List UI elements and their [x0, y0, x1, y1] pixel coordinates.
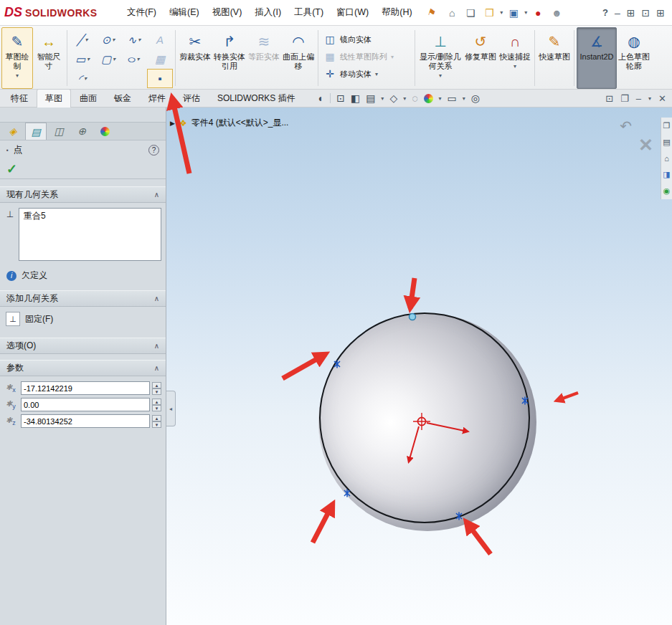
help-icon[interactable]: ?	[602, 7, 608, 18]
restore-icon[interactable]: ⊡	[642, 7, 650, 19]
close-pane-icon[interactable]: ✕	[658, 93, 666, 104]
tab-weldments[interactable]: 焊件	[140, 89, 174, 108]
dropdown-icon[interactable]: ▾	[381, 95, 384, 102]
spin-up-icon[interactable]: ▴	[152, 382, 161, 388]
spline-tool[interactable]: ∿▾	[121, 30, 147, 49]
dropdown-icon[interactable]: ▾	[439, 72, 442, 79]
param-x-input[interactable]	[21, 381, 150, 395]
tab-surfaces[interactable]: 曲面	[71, 89, 105, 108]
offset-on-surface-button[interactable]: ◠ 曲面上偏移	[281, 27, 316, 89]
rectangle-tool[interactable]: ▭▾	[70, 49, 95, 69]
float-pane-icon[interactable]: ❐	[620, 93, 629, 104]
tab-solidworks-addins[interactable]: SOLIDWORKS 插件	[209, 89, 304, 108]
add-relations-header[interactable]: 添加几何关系 ∧	[0, 290, 166, 307]
display-delete-relations-button[interactable]: ⊥ 显示/删除几何关系 ▾	[417, 27, 463, 89]
tab-features[interactable]: 特征	[2, 89, 37, 108]
dropdown-icon[interactable]: ▾	[391, 54, 394, 60]
shaded-sketch-contours-button[interactable]: ◍ 上色草图轮廓	[617, 27, 651, 89]
collapse-chevron-icon[interactable]: ∧	[154, 295, 159, 302]
relations-listbox[interactable]: 重合5	[19, 208, 161, 261]
restore-pane-icon[interactable]: ⊡	[605, 93, 613, 104]
spin-down-icon[interactable]: ▾	[152, 405, 161, 411]
param-z-input[interactable]	[21, 414, 150, 428]
param-y-input[interactable]	[21, 398, 150, 411]
edit-appearance-icon[interactable]	[424, 94, 433, 103]
quick-snaps-button[interactable]: ∩ 快速捕捉 ▾	[498, 27, 532, 89]
zoom-to-fit-icon[interactable]: ⊡	[336, 92, 345, 104]
save-icon[interactable]: ▣	[506, 5, 521, 21]
circle-tool[interactable]: ⊙▾	[95, 30, 121, 49]
feature-manager-tab[interactable]: ◈	[2, 123, 24, 140]
user-account-icon[interactable]: ☻	[549, 5, 564, 21]
dropdown-icon[interactable]: ▾	[85, 37, 88, 43]
dropdown-icon[interactable]: ▾	[500, 9, 503, 16]
smart-dimension-button[interactable]: ↔ 智能尺寸	[33, 27, 65, 89]
text-tool[interactable]: A	[147, 30, 173, 49]
collapse-chevron-icon[interactable]: ∧	[154, 364, 159, 372]
view-orientation-icon[interactable]: ▤	[366, 92, 375, 104]
param-y-spinner[interactable]: ▴▾	[152, 399, 161, 411]
dropdown-icon[interactable]: ▾	[439, 95, 442, 102]
hide-show-items-icon[interactable]: ◌	[412, 92, 417, 104]
spin-down-icon[interactable]: ▾	[152, 421, 161, 428]
dropdown-icon[interactable]: ▾	[112, 37, 115, 43]
point-tool[interactable]: ▪	[147, 69, 173, 88]
tab-evaluate[interactable]: 评估	[174, 89, 209, 108]
menu-edit[interactable]: 编辑(E)	[163, 4, 206, 22]
spin-up-icon[interactable]: ▴	[152, 399, 161, 405]
parameters-header[interactable]: 参数 ∧	[0, 360, 166, 376]
menu-tools[interactable]: 工具(T)	[288, 4, 330, 22]
solidworks-resources-icon[interactable]: ●	[530, 5, 546, 21]
slot-tool[interactable]: ▢▾	[95, 49, 121, 69]
dropdown-icon[interactable]: ▾	[514, 63, 516, 70]
ellipse-tool[interactable]: ○▾	[121, 49, 147, 69]
mirror-entities-button[interactable]: ◫ 镜向实体	[321, 32, 412, 47]
view-settings-icon[interactable]: ◎	[471, 92, 480, 104]
apply-scene-icon[interactable]: ▭	[448, 92, 457, 104]
dropdown-icon[interactable]: ▾	[524, 9, 527, 16]
fillet-tool[interactable]: ◜▾	[70, 69, 95, 88]
expand-icon[interactable]: ⊞	[656, 7, 665, 19]
repair-sketch-button[interactable]: ↺ 修复草图	[463, 27, 498, 89]
display-manager-tab[interactable]	[94, 123, 115, 140]
help-icon[interactable]: ?	[148, 145, 159, 156]
minimize-icon[interactable]: –	[615, 7, 620, 19]
line-tool[interactable]: ╱▾	[70, 30, 95, 49]
graphics-area[interactable]: ▶ ❖ 零件4 (默认<<默认>_显... ↶ ✕ ❐ ▤ ⌂ ◨ ◉ ◂	[166, 108, 672, 625]
property-manager-tab[interactable]: ▤	[25, 123, 47, 140]
offset-entities-button[interactable]: ≋ 等距实体	[247, 27, 281, 89]
param-x-spinner[interactable]: ▴▾	[152, 382, 161, 395]
dimxpert-manager-tab[interactable]: ⊕	[71, 123, 93, 140]
param-z-spinner[interactable]: ▴▾	[152, 415, 161, 428]
trim-entities-button[interactable]: ✂ 剪裁实体	[178, 27, 212, 89]
menu-view[interactable]: 视图(V)	[206, 4, 249, 22]
menu-insert[interactable]: 插入(I)	[248, 4, 288, 22]
open-file-icon[interactable]: ❒	[481, 5, 497, 21]
zoom-globe-icon[interactable]: ◐	[318, 92, 324, 104]
options-header[interactable]: 选项(O) ∧	[0, 338, 166, 354]
dropdown-icon[interactable]: ▾	[403, 95, 406, 102]
relation-item[interactable]: 重合5	[19, 209, 161, 224]
home-icon[interactable]: ⌂	[444, 5, 460, 21]
configuration-manager-tab[interactable]: ◫	[48, 123, 70, 140]
spin-up-icon[interactable]: ▴	[152, 415, 161, 421]
menu-window[interactable]: 窗口(W)	[330, 4, 375, 22]
menu-file[interactable]: 文件(F)	[120, 4, 163, 22]
dropdown-icon[interactable]: ▾	[87, 56, 90, 62]
ok-button[interactable]: ✓	[6, 161, 17, 177]
dropdown-icon[interactable]: ▾	[16, 72, 19, 79]
dropdown-icon[interactable]: ▾	[113, 56, 115, 62]
tab-sheet-metal[interactable]: 钣金	[105, 89, 140, 108]
collapse-chevron-icon[interactable]: ∧	[154, 191, 159, 199]
dropdown-icon[interactable]: ▾	[648, 95, 651, 102]
dropdown-icon[interactable]: ▾	[138, 37, 141, 43]
instant2d-button[interactable]: ∡ Instant2D	[577, 27, 617, 89]
linear-sketch-pattern-button[interactable]: ▦ 线性草图阵列 ▾	[321, 49, 412, 64]
dropdown-icon[interactable]: ▾	[137, 56, 140, 62]
minimize-pane-icon[interactable]: –	[636, 93, 641, 104]
section-view-icon[interactable]: ◧	[351, 92, 360, 104]
pin-menu-icon[interactable]: ⚑	[426, 6, 437, 19]
dropdown-icon[interactable]: ▾	[375, 71, 378, 77]
sketch-picture-tool[interactable]: ▦	[147, 49, 173, 69]
sketch-button[interactable]: ✎ 草图绘制 ▾	[1, 27, 33, 89]
